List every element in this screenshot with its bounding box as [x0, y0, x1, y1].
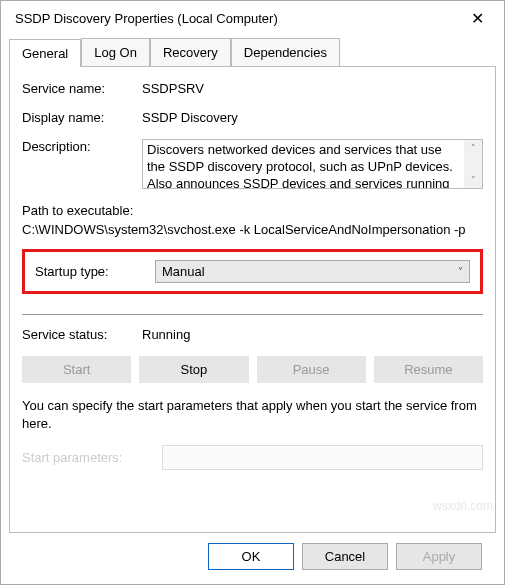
resume-button: Resume	[374, 356, 483, 383]
row-description: Description: Discovers networked devices…	[22, 139, 483, 189]
description-container: Discovers networked devices and services…	[142, 139, 483, 189]
startup-type-select[interactable]: Manual ˅	[155, 260, 470, 283]
path-value: C:\WINDOWS\system32\svchost.exe -k Local…	[22, 222, 483, 237]
stop-button[interactable]: Stop	[139, 356, 248, 383]
description-scrollbar[interactable]: ˄ ˅	[464, 140, 482, 188]
startup-type-label: Startup type:	[35, 264, 155, 279]
dialog-footer: OK Cancel Apply	[9, 533, 496, 584]
chevron-down-icon: ˅	[458, 266, 463, 277]
content-area: General Log On Recovery Dependencies Ser…	[1, 32, 504, 584]
tab-log-on[interactable]: Log On	[81, 38, 150, 66]
service-name-value: SSDPSRV	[142, 81, 483, 96]
ok-button[interactable]: OK	[208, 543, 294, 570]
start-params-input	[162, 445, 483, 470]
start-button: Start	[22, 356, 131, 383]
tab-recovery[interactable]: Recovery	[150, 38, 231, 66]
row-service-status: Service status: Running	[22, 327, 483, 342]
tab-bar: General Log On Recovery Dependencies	[9, 38, 496, 67]
start-params-label: Start parameters:	[22, 450, 162, 465]
window-title: SSDP Discovery Properties (Local Compute…	[15, 11, 278, 26]
description-label: Description:	[22, 139, 142, 154]
scroll-down-icon[interactable]: ˅	[464, 172, 482, 188]
path-label: Path to executable:	[22, 203, 483, 218]
close-icon[interactable]: ✕	[463, 9, 492, 28]
display-name-value: SSDP Discovery	[142, 110, 483, 125]
pause-button: Pause	[257, 356, 366, 383]
service-control-buttons: Start Stop Pause Resume	[22, 356, 483, 383]
tab-general[interactable]: General	[9, 39, 81, 67]
row-start-params: Start parameters:	[22, 445, 483, 470]
display-name-label: Display name:	[22, 110, 142, 125]
tab-dependencies[interactable]: Dependencies	[231, 38, 340, 66]
row-service-name: Service name: SSDPSRV	[22, 81, 483, 96]
service-name-label: Service name:	[22, 81, 142, 96]
startup-type-highlight: Startup type: Manual ˅	[22, 249, 483, 294]
description-text[interactable]: Discovers networked devices and services…	[143, 140, 464, 188]
dialog-window: SSDP Discovery Properties (Local Compute…	[0, 0, 505, 585]
tab-panel-general: Service name: SSDPSRV Display name: SSDP…	[9, 67, 496, 533]
start-params-note: You can specify the start parameters tha…	[22, 397, 483, 433]
cancel-button[interactable]: Cancel	[302, 543, 388, 570]
service-status-label: Service status:	[22, 327, 142, 342]
description-box: Discovers networked devices and services…	[142, 139, 483, 189]
apply-button: Apply	[396, 543, 482, 570]
titlebar: SSDP Discovery Properties (Local Compute…	[1, 1, 504, 32]
row-display-name: Display name: SSDP Discovery	[22, 110, 483, 125]
startup-type-value: Manual	[162, 264, 205, 279]
scroll-up-icon[interactable]: ˄	[464, 140, 482, 156]
service-status-value: Running	[142, 327, 483, 342]
divider	[22, 314, 483, 315]
